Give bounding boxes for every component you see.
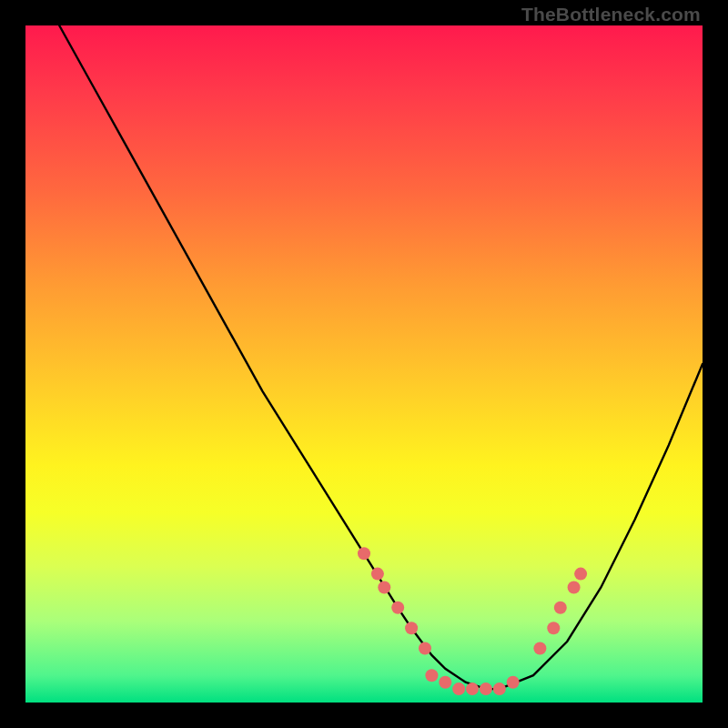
highlight-dot xyxy=(405,622,418,634)
highlight-dot xyxy=(378,581,390,594)
chart-frame: TheBottleneck.com xyxy=(0,0,728,728)
highlight-dot xyxy=(439,676,451,689)
highlight-dot xyxy=(533,642,546,655)
attribution-label: TheBottleneck.com xyxy=(521,4,701,25)
curve-layer xyxy=(25,25,703,703)
highlight-dot xyxy=(554,602,567,614)
highlight-dot xyxy=(480,682,492,695)
highlight-dot xyxy=(391,602,404,614)
highlight-dot xyxy=(358,547,370,560)
highlight-dot xyxy=(507,676,520,689)
highlight-dot xyxy=(574,568,587,581)
highlight-dot xyxy=(371,568,384,581)
highlight-dot xyxy=(493,682,506,695)
highlight-dot xyxy=(425,669,438,682)
highlight-dot xyxy=(419,642,431,655)
plot-area xyxy=(25,25,703,703)
highlight-dot xyxy=(547,622,560,634)
highlight-dots xyxy=(358,547,587,695)
highlight-dot xyxy=(466,682,479,695)
highlight-dot xyxy=(452,682,465,695)
highlight-dot xyxy=(568,581,581,594)
